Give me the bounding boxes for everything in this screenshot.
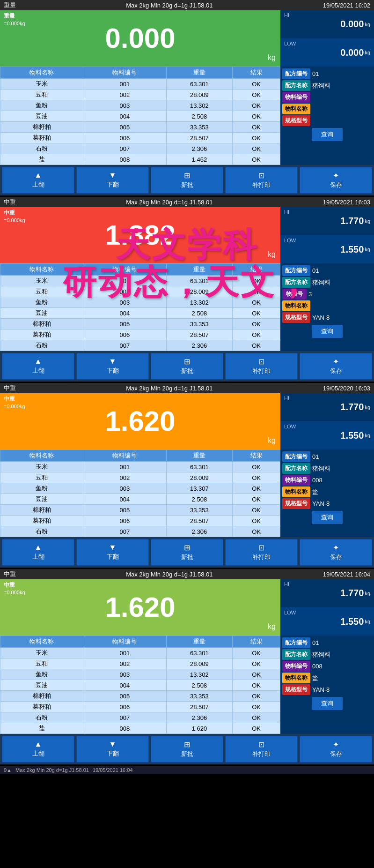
- info-label-formula-no: 配方编号: [282, 451, 310, 462]
- table-cell: 008: [83, 154, 166, 165]
- table-cell: 玉米: [0, 648, 83, 658]
- info-row-material-no: 物料编号: [282, 92, 372, 103]
- btn-icon: ⊡: [258, 171, 264, 180]
- btn-icon: ✦: [333, 543, 339, 552]
- side-hi-value: 1.770: [340, 588, 364, 599]
- btn-icon: ▼: [109, 171, 117, 180]
- table-cell: 豆油: [0, 680, 83, 691]
- btn-补打印[interactable]: ⊡补打印: [225, 353, 298, 380]
- btn-上翻[interactable]: ▲上翻: [2, 539, 74, 566]
- table-header: 结果: [233, 450, 280, 462]
- table-cell: 006: [83, 329, 166, 340]
- table-cell: 鱼粉: [0, 669, 83, 680]
- table-cell: 004: [83, 308, 166, 319]
- info-label-spec: 规格型号: [282, 115, 310, 126]
- table-cell: 003: [83, 297, 166, 308]
- info-row-formula-no: 配方编号 01: [282, 265, 372, 276]
- table-row: 豆油0042.508OK: [0, 111, 280, 122]
- btn-保存[interactable]: ✦保存: [300, 167, 372, 194]
- table-row: 石粉0072.306OK: [0, 712, 280, 723]
- query-button[interactable]: 查询: [312, 697, 343, 710]
- query-button[interactable]: 查询: [312, 325, 343, 338]
- table-cell: 002: [83, 90, 166, 100]
- query-button[interactable]: 查询: [312, 128, 343, 141]
- table-wrap: 物料名称物料编号重量结果玉米00163.301OK豆粕00228.009OK鱼粉…: [0, 449, 374, 537]
- weight-label: 中重: [4, 395, 15, 403]
- table-cell: 007: [83, 340, 166, 351]
- topbar-right: 19/05/2020 16:03: [323, 385, 370, 392]
- query-button[interactable]: 查询: [312, 511, 343, 524]
- side-lo-value: 1.550: [340, 430, 364, 441]
- table-cell: 2.508: [166, 308, 233, 319]
- table-cell: OK: [233, 505, 280, 516]
- table-row: 盐0081.620OK: [0, 723, 280, 734]
- btn-icon: ▲: [35, 357, 42, 366]
- table-cell: 004: [83, 111, 166, 122]
- table-cell: 007: [83, 526, 166, 537]
- bottom-buttons: ▲上翻▼下翻⊞新批⊡补打印✦保存: [0, 351, 374, 382]
- btn-补打印[interactable]: ⊡补打印: [225, 539, 298, 566]
- table-cell: 63.301: [166, 276, 233, 286]
- btn-上翻[interactable]: ▲上翻: [2, 353, 74, 380]
- table-row: 玉米00163.301OK: [0, 276, 280, 286]
- btn-补打印[interactable]: ⊡补打印: [225, 167, 298, 194]
- btn-下翻[interactable]: ▼下翻: [76, 167, 149, 194]
- table-cell: 菜籽粕: [0, 133, 83, 143]
- table-cell: 002: [83, 472, 166, 483]
- topbar-center: Max 2kg Min 20g d=1g J1.58.01: [126, 2, 213, 9]
- btn-保存[interactable]: ✦保存: [300, 353, 372, 380]
- side-lo-label: LOW: [284, 424, 296, 429]
- table-cell: 33.353: [166, 691, 233, 702]
- table-cell: 005: [83, 505, 166, 516]
- btn-保存[interactable]: ✦保存: [300, 539, 372, 566]
- btn-icon: ✦: [333, 171, 339, 180]
- topbar-right: 19/05/2021 16:03: [323, 199, 370, 206]
- btn-上翻[interactable]: ▲上翻: [2, 736, 74, 763]
- right-info: 配方编号 01 配方名称 猪饲料 物料编号 008 物料名称 盐 规格型号 YA…: [280, 636, 374, 734]
- table-header: 物料编号: [83, 67, 166, 79]
- info-value-material-no: 3: [308, 291, 372, 298]
- btn-新批[interactable]: ⊞新批: [151, 539, 223, 566]
- btn-下翻[interactable]: ▼下翻: [76, 353, 149, 380]
- table-header: 物料编号: [83, 264, 166, 276]
- table-cell: 豆粕: [0, 90, 83, 100]
- table-cell: 004: [83, 494, 166, 505]
- table-cell: OK: [233, 286, 280, 297]
- panel-3: 中重 Max 2kg Min 20g d=1g J1.58.01 19/05/2…: [0, 383, 374, 569]
- btn-label: 上翻: [32, 553, 44, 561]
- table-cell: 007: [83, 712, 166, 723]
- table-cell: OK: [233, 648, 280, 658]
- table-row: 豆粕00228.009OK: [0, 472, 280, 483]
- btn-label: 上翻: [32, 367, 44, 375]
- weight-value: 0.000: [105, 24, 175, 52]
- side-hi-unit: kg: [365, 404, 370, 410]
- info-value-spec: YAN-8: [312, 500, 372, 507]
- btn-label: 补打印: [252, 181, 271, 189]
- table-cell: OK: [233, 483, 280, 494]
- btn-上翻[interactable]: ▲上翻: [2, 167, 74, 194]
- side-lo: LOW 1.550 kg: [280, 608, 374, 636]
- info-label-formula-name: 配方名称: [282, 463, 310, 474]
- side-lo-value: 1.550: [340, 616, 364, 627]
- table-header: 重量: [166, 264, 233, 276]
- btn-icon: ⊞: [184, 357, 190, 366]
- side-hi-label: HI: [284, 581, 289, 587]
- info-row-spec: 规格型号 YAN-8: [282, 684, 372, 695]
- btn-补打印[interactable]: ⊡补打印: [225, 736, 298, 763]
- main-display: 中重=0.000kg1.882kg HI 1.770 kg LOW 1.550 …: [0, 207, 374, 263]
- btn-label: 新批: [181, 750, 193, 758]
- btn-保存[interactable]: ✦保存: [300, 736, 372, 763]
- btn-新批[interactable]: ⊞新批: [151, 167, 223, 194]
- table-cell: 玉米: [0, 462, 83, 472]
- right-info: 配方编号 01 配方名称 猪饲料 物编号 3 物料名称 规格型号 YAN-8 查…: [280, 263, 374, 351]
- btn-下翻[interactable]: ▼下翻: [76, 539, 149, 566]
- status-left: 0▲: [4, 767, 12, 773]
- info-label-material-name: 物料名称: [282, 300, 310, 311]
- table-cell: 28.507: [166, 516, 233, 526]
- main-display: 中重=0.000kg1.620kg HI 1.770 kg LOW 1.550 …: [0, 393, 374, 449]
- btn-新批[interactable]: ⊞新批: [151, 736, 223, 763]
- table-cell: 13.302: [166, 297, 233, 308]
- table-cell: OK: [233, 472, 280, 483]
- btn-新批[interactable]: ⊞新批: [151, 353, 223, 380]
- btn-下翻[interactable]: ▼下翻: [76, 736, 149, 763]
